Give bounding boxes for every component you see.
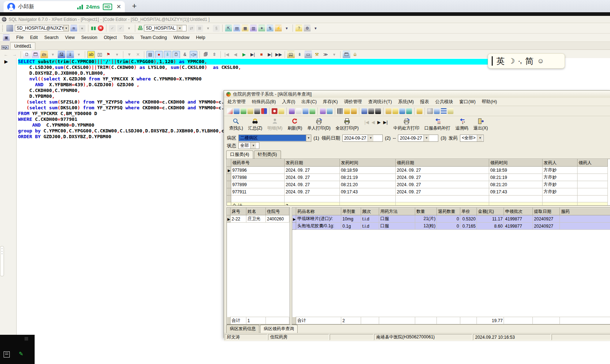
pills-icon[interactable] xyxy=(261,108,267,114)
code-line[interactable]: D.DXSYBZ,D.JXBH00,D.YLBH00, xyxy=(18,70,610,76)
flash-icon[interactable]: ⚡ xyxy=(275,25,282,32)
menu-window[interactable]: Window xyxy=(174,35,189,40)
first-record-icon[interactable]: |◀ xyxy=(364,120,369,125)
document-add-icon[interactable] xyxy=(303,108,308,114)
tag-icon[interactable] xyxy=(278,108,284,114)
binoculars-icon[interactable] xyxy=(254,108,260,114)
save-as-icon[interactable]: ⇓ xyxy=(66,51,74,58)
document-check-icon[interactable] xyxy=(310,108,315,114)
col-bed[interactable]: 床号 xyxy=(231,208,246,215)
menu-special-drugs[interactable]: 特殊药品(B) xyxy=(252,99,276,105)
menu-edit[interactable]: Edit xyxy=(30,35,38,40)
chevron-down-icon[interactable]: ▾ xyxy=(330,51,338,58)
new-file-icon[interactable]: 🗋 xyxy=(23,51,31,58)
bookmark-icon[interactable]: ⚑ xyxy=(105,51,112,58)
export-icon[interactable]: ⇱ xyxy=(225,25,232,32)
code-line[interactable]: AND X.YFBMBH=439),D.GZDJ00) GZDJ00 , xyxy=(18,82,610,88)
no-entry-icon[interactable] xyxy=(272,108,277,114)
ime-language-mode[interactable]: 英 xyxy=(496,56,505,67)
code-line[interactable]: nvl((select X.GZDJ00 from YF_YPKCXX X wh… xyxy=(18,76,610,82)
bulb-icon[interactable]: ● xyxy=(79,25,85,32)
punctuation-mode-icon[interactable]: ·, xyxy=(518,58,522,64)
tab-injection[interactable]: 针剂类(5) xyxy=(254,150,281,159)
chevron-down-icon[interactable]: ▾ xyxy=(205,25,211,32)
barcode-reprint-button[interactable]: 口服条码补打 xyxy=(425,118,451,131)
notebook-icon[interactable]: 🗒 xyxy=(172,51,180,58)
checkbox-icon[interactable] xyxy=(296,108,302,114)
bell-icon[interactable] xyxy=(344,108,350,114)
chevron-down-icon[interactable]: ▾ xyxy=(126,25,132,32)
menu-common-modules[interactable]: 公共模块 xyxy=(435,99,453,105)
folder-open-icon[interactable] xyxy=(417,108,422,114)
menu-system[interactable]: 系统(M) xyxy=(398,99,414,105)
menu-tools[interactable]: Tools xyxy=(123,35,134,40)
report-icon[interactable]: ▥ xyxy=(250,25,257,32)
menu-prescription[interactable]: 处方管理 xyxy=(228,99,246,105)
binoculars-small-icon[interactable] xyxy=(368,108,374,114)
menu-window[interactable]: 窗口(W) xyxy=(459,99,475,105)
execute-all-icon[interactable]: ✓ xyxy=(117,25,124,32)
add-session-icon[interactable]: ⇄ xyxy=(188,25,195,32)
chevron-down-icon[interactable]: ▼ xyxy=(306,135,311,141)
drug-row[interactable]: ▶ 甲巯咪唑片(进口)/:10mg t.i.d口服 21(片)0 0.53201… xyxy=(293,215,610,223)
calendar-icon[interactable]: ▦ xyxy=(242,25,249,32)
patient-row[interactable]: ▶ 2-22 庄卫光 2400260 xyxy=(227,215,289,223)
save-icon[interactable]: 🖫 xyxy=(58,51,65,58)
filter-icon[interactable]: ▼ xyxy=(126,51,133,58)
columns-icon[interactable]: ▯▯ xyxy=(96,51,104,58)
col-dose-time[interactable]: 服药 xyxy=(560,208,610,215)
output-icon[interactable]: ▭ xyxy=(304,51,312,58)
profiler-icon[interactable]: 🕮 xyxy=(287,51,295,58)
chevron-down-icon[interactable]: ▾ xyxy=(312,25,319,32)
menu-help[interactable]: Help xyxy=(196,35,205,40)
chevron-down-icon[interactable]: ▾ xyxy=(75,51,83,58)
help-icon[interactable]: ? xyxy=(295,25,302,32)
next-record-icon[interactable]: ▶| xyxy=(249,51,256,58)
close-box-icon[interactable] xyxy=(406,108,412,114)
clear-filter-icon[interactable]: ✕ xyxy=(134,51,142,58)
col-route[interactable]: 用药方法 xyxy=(379,208,415,215)
exit-button[interactable]: 退出(X) xyxy=(474,118,488,131)
summary-button[interactable]: 汇总(Z) xyxy=(248,118,262,131)
shield-check-icon[interactable] xyxy=(241,108,246,114)
menu-inbound[interactable]: 入库(I) xyxy=(282,99,295,105)
grid-icon[interactable] xyxy=(4,351,10,358)
medicine-bottle-icon[interactable] xyxy=(234,108,240,114)
spool-icon[interactable]: 🗔 xyxy=(343,51,350,58)
grid-add-icon[interactable]: ⊞ xyxy=(196,25,203,32)
order-row[interactable]: 9778992024. 09. 27 08:21:202024. 09. 27 … xyxy=(227,181,608,188)
col-unit-price[interactable]: 单价 xyxy=(460,208,477,215)
new-tab-button[interactable]: + xyxy=(132,1,137,11)
execute-check-icon[interactable]: ✓ xyxy=(109,25,116,32)
step-icon[interactable]: ▶| xyxy=(266,51,274,58)
menu-search[interactable]: Search xyxy=(44,35,59,40)
gear-icon[interactable]: ⚙ xyxy=(304,25,311,32)
menu-price-adjust[interactable]: 调价管理 xyxy=(344,99,362,105)
col-quantity[interactable]: 数量 xyxy=(415,208,437,215)
menu-file[interactable]: File xyxy=(16,35,23,40)
trace-code-button[interactable]: 追溯码 xyxy=(456,118,469,131)
tab-ward-dispense-info[interactable]: 病区发药信息 xyxy=(226,325,259,333)
moon-icon[interactable]: ☽ xyxy=(508,57,515,65)
col-claim-batch[interactable]: 申领批次 xyxy=(504,208,533,215)
menu-object[interactable]: Object xyxy=(104,35,117,40)
chevron-down-icon[interactable]: ▾ xyxy=(49,51,57,58)
pattern-grid-icon[interactable] xyxy=(337,108,343,114)
date-to-select[interactable]: 2024-09-27 ▼ xyxy=(398,135,438,142)
col-dispenser[interactable]: 发药人 xyxy=(543,159,578,167)
new-from-template-icon[interactable]: 🗔 xyxy=(32,51,39,58)
code-line[interactable]: SELECT substr(trim(C.YPMC00)||'/'||trim(… xyxy=(18,59,563,65)
ampersand-icon[interactable]: & xyxy=(181,51,189,58)
prev-record-icon[interactable]: ◀ xyxy=(372,120,375,125)
run-to-end-icon[interactable]: ▶▶ xyxy=(275,51,282,58)
menu-inventory[interactable]: 库存(K) xyxy=(323,99,338,105)
search-icon[interactable] xyxy=(399,108,405,114)
col-returned-qty[interactable]: 退药数量 xyxy=(437,208,460,215)
folder-icon[interactable] xyxy=(386,108,391,114)
chevron-down-icon[interactable]: ▼ xyxy=(63,25,69,31)
find-button[interactable]: 查找(L) xyxy=(229,118,243,131)
ime-charset-mode[interactable]: 简 xyxy=(525,56,534,67)
chevron-down-icon[interactable]: ▼ xyxy=(177,25,183,31)
ime-toolbar[interactable]: 英 ☽ ·, 简 ☺ xyxy=(488,53,565,69)
connection-select[interactable]: SD_HOSPITAL@NJXZYY(1 ▼ xyxy=(15,25,69,31)
